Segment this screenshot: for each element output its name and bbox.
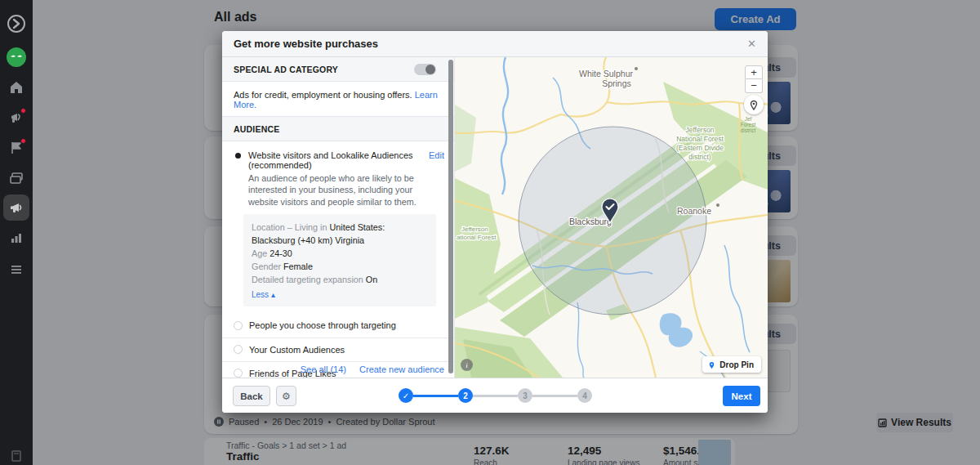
sidebar-item-pages[interactable] [0, 140, 33, 156]
detail-location: Location – Living in United States: Blac… [252, 221, 428, 247]
special-ad-category-section: SPECIAL AD CATEGORY [222, 57, 454, 82]
step-connector [532, 395, 577, 397]
toggle-knob [425, 65, 435, 74]
detail-label: Location – Living in [252, 222, 327, 232]
create-ad-modal: Get more website purchases ✕ SPECIAL AD … [222, 31, 768, 413]
map-label-roanoke: Roanoke [677, 206, 711, 216]
locate-pin-icon [748, 99, 760, 110]
drop-pin-label: Drop Pin [719, 360, 754, 369]
option-label: People you choose through targeting [249, 320, 396, 330]
option-label: Website visitors and Lookalike Audiences… [248, 150, 421, 170]
map-label-white-sulphur-2: Springs [602, 78, 631, 88]
detail-label: Detailed targeting expansion [252, 275, 363, 284]
sidebar-item-billing[interactable] [0, 170, 33, 186]
caret-up-icon: ▴ [271, 290, 275, 299]
menu-icon [9, 262, 24, 277]
map-label-jnf-west-2: ational Forest [457, 234, 497, 241]
radio-icon[interactable] [234, 369, 243, 378]
detail-label: Age [252, 248, 267, 258]
book-icon [10, 449, 23, 463]
avatar-glyph [7, 47, 26, 67]
option-description: An audience of people who are likely to … [248, 172, 431, 208]
map-label-white-sulphur-1: White Sulphur [579, 69, 633, 78]
detail-value: Female [283, 262, 313, 271]
detail-age: Age 24-30 [252, 247, 428, 260]
audience-section: AUDIENCE [222, 117, 454, 141]
map-label-jnf-east-3: (Eastern Divide [676, 144, 724, 152]
billing-cards-icon [9, 171, 24, 186]
map-label-blacksburg: Blacksburg [569, 217, 612, 226]
section-heading: SPECIAL AD CATEGORY [234, 65, 338, 74]
detail-value: 24-30 [270, 248, 292, 258]
radio-selected-icon[interactable] [235, 153, 241, 159]
see-all-link[interactable]: See all (14) [301, 364, 346, 374]
map-locate-button[interactable] [744, 95, 764, 114]
detail-label: Gender [252, 262, 281, 271]
map-info-icon[interactable]: i [461, 359, 473, 371]
modal-footer: Back ⚙ ✓ 2 3 4 Next [222, 378, 768, 413]
map-zoom-out-button[interactable]: − [745, 79, 763, 93]
sidebar-item-more[interactable] [0, 262, 33, 278]
step-1-complete[interactable]: ✓ [399, 388, 413, 403]
map-zoom-in-button[interactable]: + [745, 65, 763, 79]
step-3[interactable]: 3 [518, 388, 532, 403]
modal-header: Get more website purchases ✕ [222, 31, 768, 57]
sidebar-item-guide[interactable] [0, 448, 33, 464]
map-canvas: White Sulphur Springs Jefferson National… [455, 57, 768, 378]
sidebar-item-ad-center[interactable] [0, 110, 33, 126]
ads-manager-logo-icon[interactable] [0, 13, 33, 34]
audience-option-selected[interactable]: Website visitors and Lookalike Audiences… [222, 141, 454, 306]
drop-pin-button[interactable]: Drop Pin [702, 356, 761, 373]
location-map[interactable]: White Sulphur Springs Jefferson National… [455, 57, 768, 378]
drop-pin-icon [707, 360, 716, 369]
app-window: All ads Create Ad View Results View Resu… [0, 0, 980, 465]
map-label-jnf-east-2: National Forest [676, 135, 724, 143]
detail-gender: Gender Female [252, 260, 428, 273]
home-icon [9, 80, 24, 95]
radio-icon[interactable] [234, 345, 243, 354]
settings-gear-button[interactable]: ⚙ [276, 386, 296, 406]
sidebar-item-ads-selected[interactable] [0, 199, 33, 216]
audience-panel: SPECIAL AD CATEGORY Ads for credit, empl… [222, 57, 455, 378]
notification-badge [20, 108, 26, 114]
step-4[interactable]: 4 [577, 388, 592, 403]
close-icon[interactable]: ✕ [747, 38, 756, 50]
step-connector [413, 395, 458, 397]
option-label: Your Custom Audiences [249, 345, 345, 355]
page-avatar[interactable] [0, 47, 33, 67]
panel-scrollbar[interactable] [448, 60, 453, 373]
description-text: Ads for credit, employment or housing of… [234, 90, 412, 100]
next-button[interactable]: Next [723, 386, 760, 406]
logo-glyph [7, 14, 26, 34]
special-ad-category-description: Ads for credit, employment or housing of… [222, 82, 454, 117]
map-label-jnf-east-1: Jefferson [686, 126, 715, 134]
audience-detail-box: Location – Living in United States: Blac… [243, 214, 436, 306]
less-link[interactable]: Less ▴ [252, 288, 275, 302]
audience-option[interactable]: Your Custom Audiences [222, 338, 454, 361]
detail-value: On [366, 275, 377, 284]
megaphone-icon [9, 200, 24, 216]
wizard-stepper: ✓ 2 3 4 [399, 388, 592, 403]
modal-title: Get more website purchases [234, 38, 378, 50]
step-2-active[interactable]: 2 [458, 388, 473, 403]
special-ad-category-toggle[interactable] [414, 64, 436, 75]
edit-link[interactable]: Edit [429, 150, 444, 160]
back-button[interactable]: Back [233, 386, 270, 406]
sidebar-item-insights[interactable] [0, 230, 33, 246]
sidebar-item-home[interactable] [0, 79, 33, 96]
map-label-jnf-west-1: Jefferson [461, 226, 488, 233]
audience-option[interactable]: People you choose through targeting [222, 314, 454, 338]
create-new-audience-link[interactable]: Create new audience [359, 364, 444, 374]
notification-badge [20, 138, 26, 144]
map-label-jnf-east-4: district) [688, 153, 711, 161]
section-heading: AUDIENCE [234, 124, 279, 134]
step-connector [473, 395, 518, 397]
map-small-forest-label: Jef Forest district [730, 116, 766, 133]
radio-icon[interactable] [234, 321, 243, 330]
left-sidebar [0, 0, 33, 465]
detail-targeting-expansion: Detailed targeting expansion On [252, 273, 428, 286]
less-label: Less [252, 290, 269, 299]
bar-chart-icon [9, 230, 24, 245]
